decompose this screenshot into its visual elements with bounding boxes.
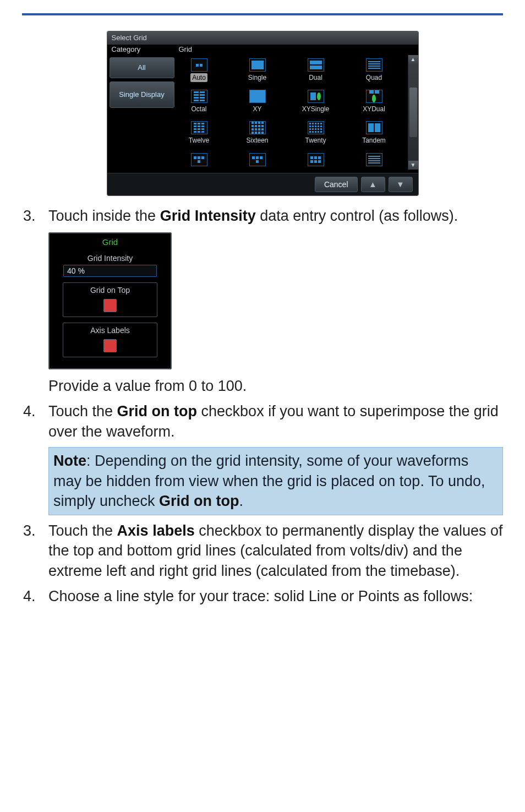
grid-sixteen-icon [249,121,266,134]
select-grid-dialog: Select Grid Category Grid All Single Dis… [107,31,419,196]
note-text: : Depending on the grid intensity, some … [53,453,485,509]
grid-partial-icon [191,153,207,166]
grid-partial-icon [249,153,266,166]
grid-option-xy[interactable]: XY [238,90,277,113]
axis-labels-checkbox[interactable] [103,339,117,352]
step-4a: 4. Touch the Grid on top checkbox if you… [22,401,503,515]
list-number: 3. [22,521,48,541]
grid-option-label: Dual [309,73,322,82]
grid-tandem-icon [366,121,382,134]
grid-panel-title: Grid [50,233,171,253]
vertical-scrollbar[interactable]: ▲ ▼ [408,55,418,170]
axis-labels-label: Axis Labels [63,325,157,336]
grid-single-icon [249,58,266,72]
grid-option-quad[interactable]: Quad [355,58,393,82]
grid-twelve-icon [191,121,207,134]
header-rule [22,13,503,15]
step-text: Touch inside the [48,208,160,224]
grid-intensity-term: Grid Intensity [160,208,256,224]
grid-option-tandem[interactable]: Tandem [355,121,393,145]
grid-partial-icon [366,153,382,166]
scroll-down-icon[interactable]: ▼ [408,161,418,170]
category-column: All Single Display [110,55,174,170]
grid-on-top-checkbox[interactable] [103,299,117,312]
step-3a: 3. Touch inside the Grid Intensity data … [22,206,503,396]
grid-option-sixteen[interactable]: Sixteen [238,121,277,145]
grid-option-dual[interactable]: Dual [297,58,335,82]
nav-up-button[interactable]: ▲ [361,177,385,192]
category-single-display-button[interactable]: Single Display [110,81,174,108]
note-text: . [239,493,244,509]
grid-option-label: Octal [191,105,206,113]
grid-option-label: Single [248,73,266,82]
nav-down-button[interactable]: ▼ [389,177,413,192]
grid-xy-icon [249,90,266,103]
grid-option-partial-3[interactable] [297,153,335,170]
cancel-button[interactable]: Cancel [315,177,358,192]
grid-xydual-icon [366,90,382,103]
axis-labels-group: Axis Labels [63,323,157,357]
grid-octal-icon [191,90,207,103]
grid-option-octal[interactable]: Octal [180,90,218,113]
grid-dual-icon [308,58,324,72]
step-text: data entry control (as follows). [256,208,458,224]
grid-partial-icon [308,153,324,166]
grid-option-xysingle[interactable]: XYSingle [297,90,335,113]
step-3b: 3. Touch the Axis labels checkbox to per… [22,521,503,581]
grid-option-label: Tandem [362,136,386,145]
header-category: Category [112,45,179,55]
grid-intensity-input[interactable]: 40 % [63,265,157,277]
grid-option-label: XYDual [363,105,385,113]
step-subtext: Provide a value from 0 to 100. [48,376,503,396]
grid-option-twenty[interactable]: Twenty [297,121,335,145]
scroll-up-icon[interactable]: ▲ [408,55,418,64]
step-text: Choose a line style for your trace: soli… [48,588,473,604]
step-text: Touch the [48,403,117,419]
axis-labels-term: Axis labels [117,522,195,539]
grid-option-xydual[interactable]: XYDual [355,90,393,113]
grid-option-label: XY [253,105,261,113]
list-number: 4. [22,401,48,421]
category-all-button[interactable]: All [110,57,174,78]
grid-option-label: Auto [190,73,207,82]
grid-option-partial-1[interactable] [180,153,218,170]
grid-option-partial-2[interactable] [238,153,277,170]
grid-option-label: Twenty [305,136,326,145]
grid-on-top-label: Grid on Top [63,285,157,296]
dialog-footer: Cancel ▲ ▼ [107,173,418,195]
grid-option-label: Sixteen [246,136,268,145]
grid-auto-icon [191,58,207,72]
page: Select Grid Category Grid All Single Dis… [0,0,525,812]
dialog-title: Select Grid [107,31,418,45]
dialog-column-headers: Category Grid [107,45,418,56]
grid-option-label: Quad [366,73,382,82]
grid-option-label: XYSingle [302,105,329,113]
step-text: Touch the [48,522,117,539]
grid-on-top-term: Grid on top [117,403,197,419]
grid-on-top-group: Grid on Top [63,282,157,317]
list-number: 4. [22,586,48,606]
grid-option-auto[interactable]: Auto [180,58,218,82]
scroll-thumb[interactable] [409,88,417,137]
grid-xysingle-icon [308,90,324,103]
note-bold: Grid on top [159,493,239,509]
header-grid: Grid [179,45,193,55]
grid-option-partial-4[interactable] [355,153,393,170]
note-lead: Note [53,453,86,469]
grid-option-twelve[interactable]: Twelve [180,121,218,145]
list-number: 3. [22,206,48,226]
step-4b: 4. Choose a line style for your trace: s… [22,586,503,606]
note-box: Note: Depending on the grid intensity, s… [48,447,503,515]
grid-quad-icon [366,58,382,72]
grid-option-label: Twelve [189,136,209,145]
grid-option-single[interactable]: Single [238,58,277,82]
grid-twenty-icon [308,121,324,134]
grid-intensity-label: Grid Intensity [50,253,171,264]
grid-settings-panel: Grid Grid Intensity 40 % Grid on Top Axi… [48,232,172,369]
grid-options-area: Auto Single Dual Quad [174,55,406,170]
